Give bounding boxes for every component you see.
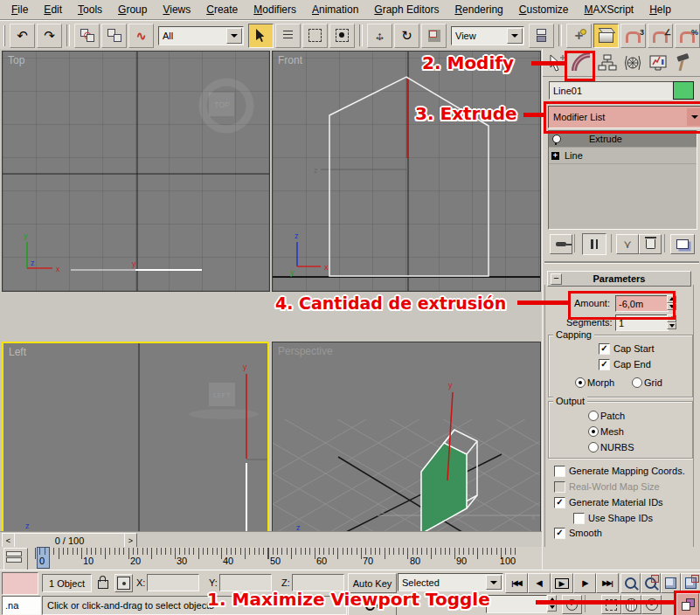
mesh-label: Mesh <box>600 426 624 437</box>
select-by-name-button[interactable] <box>275 24 301 48</box>
menu-views[interactable]: Views <box>155 2 198 18</box>
tab-motion[interactable] <box>620 51 645 75</box>
smooth-checkbox[interactable] <box>554 528 565 539</box>
annotation-extrude: 3. Extrude <box>415 103 517 124</box>
annotation-maximize-box <box>674 591 700 615</box>
previous-frame-button[interactable]: ◀| <box>528 573 551 593</box>
select-and-move-button[interactable]: ↔↕ <box>367 24 392 48</box>
menu-modifiers[interactable]: Modifiers <box>246 2 304 18</box>
time-slider-next-button[interactable]: > <box>124 533 137 548</box>
watermark: LEFT <box>189 383 259 419</box>
menu-tools[interactable]: Tools <box>70 2 110 18</box>
select-and-scale-button[interactable] <box>421 24 447 48</box>
snaps-toggle-button[interactable] <box>593 24 619 48</box>
bind-to-spacewarp-button[interactable]: ∿ <box>128 24 154 48</box>
object-name-field[interactable]: Line01 <box>549 81 674 100</box>
cap-start-checkbox[interactable] <box>599 343 610 355</box>
go-to-start-button[interactable]: |◀◀ <box>505 573 528 593</box>
next-frame-button[interactable]: |▶ <box>573 573 596 593</box>
menu-create[interactable]: Create <box>198 2 246 18</box>
time-configuration-button[interactable] <box>562 595 582 614</box>
stack-item-line[interactable]: + Line <box>549 147 697 164</box>
make-unique-button[interactable]: ⋎ <box>616 234 639 254</box>
absolute-mode-button[interactable] <box>114 574 133 592</box>
x-coordinate-field[interactable] <box>147 574 199 591</box>
generate-mapping-checkbox[interactable] <box>554 466 565 477</box>
menu-rendering[interactable]: Rendering <box>447 2 510 18</box>
extruded-object[interactable]: y <box>421 381 477 534</box>
parameters-rollout-header[interactable]: − Parameters <box>547 271 691 287</box>
rollout-collapse-icon[interactable]: − <box>551 273 562 285</box>
tab-display[interactable] <box>646 51 670 75</box>
menu-help[interactable]: Help <box>641 2 679 18</box>
viewport-top[interactable]: TOP y y x z Top <box>2 51 270 292</box>
pan-button[interactable] <box>621 595 641 614</box>
selection-filter-dropdown[interactable]: All <box>158 26 244 45</box>
reference-coordinate-dropdown[interactable]: View <box>451 26 524 45</box>
modifier-enabled-bulb-icon[interactable] <box>552 135 561 143</box>
nurbs-radio[interactable] <box>588 442 599 453</box>
expand-plus-icon[interactable]: + <box>551 152 559 160</box>
menu-animation[interactable]: Animation <box>304 2 366 18</box>
selection-filter-arrow[interactable] <box>226 28 242 44</box>
generate-material-checkbox[interactable] <box>554 497 565 508</box>
show-end-result-button[interactable] <box>582 233 606 255</box>
cap-end-checkbox[interactable] <box>599 359 610 370</box>
select-and-manipulate-button[interactable]: + <box>566 24 592 48</box>
viewport-front-label[interactable]: Front <box>278 54 302 66</box>
morph-radio[interactable] <box>575 377 586 388</box>
select-object-button[interactable] <box>248 24 274 48</box>
modifier-stack[interactable]: Extrude + Line <box>548 130 697 230</box>
pin-stack-button[interactable] <box>550 234 572 254</box>
remove-modifier-button[interactable] <box>639 234 662 254</box>
menu-maxscript[interactable]: MAXScript <box>577 2 642 18</box>
mesh-radio[interactable] <box>588 426 599 437</box>
maxscript-macro-recorder[interactable] <box>2 572 38 595</box>
rect-selection-region-button[interactable] <box>302 24 328 48</box>
tick-label: 60 <box>316 556 327 566</box>
snap-3d-button[interactable]: 3 <box>620 24 646 48</box>
region-zoom-button[interactable] <box>601 595 621 614</box>
patch-radio[interactable] <box>588 411 599 421</box>
unlink-selection-button[interactable] <box>101 24 127 48</box>
play-button[interactable]: ▶ <box>551 573 573 593</box>
mini-curve-editor-button[interactable] <box>3 548 28 572</box>
zoom-button[interactable] <box>620 573 641 593</box>
viewport-perspective-label[interactable]: Perspective <box>278 345 333 357</box>
time-slider-prev-button[interactable]: < <box>2 533 15 548</box>
go-to-end-button[interactable]: ▶▶| <box>596 573 619 593</box>
svg-text:y: y <box>243 363 247 371</box>
menu-edit[interactable]: Edit <box>36 2 70 18</box>
reference-coordinate-arrow[interactable] <box>507 28 523 44</box>
viewport-left-label[interactable]: Left <box>9 346 26 358</box>
time-slider-handle[interactable]: 0 / 100 <box>14 533 125 548</box>
use-pivot-center-button[interactable] <box>529 24 554 48</box>
window-crossing-button[interactable] <box>329 24 355 48</box>
toolbar-grip[interactable] <box>3 25 5 46</box>
menu-group[interactable]: Group <box>110 2 155 18</box>
selection-set-arrow[interactable] <box>486 575 502 590</box>
percent-snap-button[interactable]: % <box>675 24 700 48</box>
maxscript-listener[interactable]: .na <box>2 596 41 615</box>
zoom-all-button[interactable] <box>641 573 661 593</box>
grid-radio[interactable] <box>632 377 642 388</box>
select-and-link-button[interactable] <box>74 24 100 48</box>
arc-rotate-button[interactable] <box>641 595 662 614</box>
tab-hierarchy[interactable] <box>595 51 620 75</box>
tab-utilities[interactable] <box>671 51 696 75</box>
viewport-top-label[interactable]: Top <box>8 54 24 66</box>
menu-graph-editors[interactable]: Graph Editors <box>366 2 447 18</box>
undo-button[interactable]: ↶ <box>10 24 35 48</box>
menu-file[interactable]: File <box>3 2 36 18</box>
angle-snap-button[interactable]: ∠ <box>648 24 673 48</box>
configure-modifier-sets-button[interactable] <box>670 234 695 254</box>
object-color-swatch[interactable] <box>673 81 694 100</box>
menu-customize[interactable]: Customize <box>511 2 577 18</box>
panel-edge <box>544 285 545 547</box>
status-object-count: 1 Object <box>42 574 92 592</box>
redo-button[interactable]: ↷ <box>37 24 62 48</box>
select-and-rotate-button[interactable]: ↻ <box>394 24 419 48</box>
use-shape-ids-checkbox[interactable] <box>573 513 585 524</box>
selection-lock-button[interactable] <box>95 572 111 591</box>
viewport-front[interactable]: z z x y Front <box>272 51 541 292</box>
